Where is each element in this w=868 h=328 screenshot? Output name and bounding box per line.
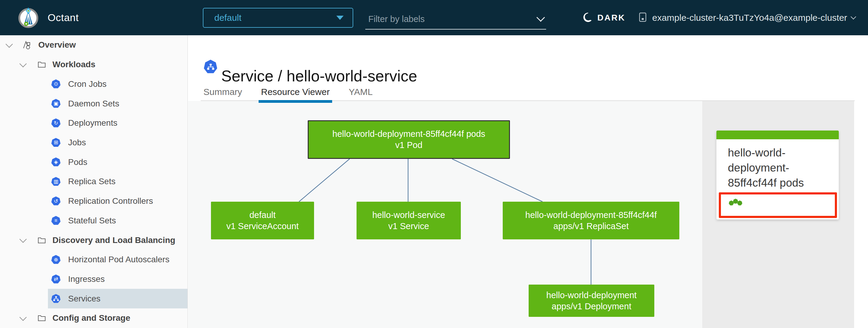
sidebar-item-label: Cron Jobs	[68, 79, 107, 89]
service-resource-icon	[204, 60, 217, 74]
graph-node-deployment[interactable]: hello-world-deployment apps/v1 Deploymen…	[529, 285, 654, 317]
sidebar-item-horizontal-pod-autoscalers[interactable]: ⊕ Horizontal Pod Autoscalers	[0, 250, 187, 270]
node-name: default	[249, 210, 276, 221]
daemonsets-icon: ▣	[51, 99, 61, 108]
sidebar-item-label: Deployments	[68, 118, 117, 128]
sidebar-item-label: Jobs	[68, 138, 86, 147]
sidebar-item-config-and-storage[interactable]: Config and Storage	[0, 308, 187, 328]
theme-toggle-button[interactable]: DARK	[582, 0, 625, 35]
sidebar-item-jobs[interactable]: ⊞ Jobs	[0, 133, 187, 153]
sidebar-item-deployments[interactable]: ↻ Deployments	[0, 113, 187, 133]
tab-resource-viewer[interactable]: Resource Viewer	[261, 87, 330, 97]
sidebar-nav: Overview Workloads ⊙ Cron Jobs ▣ Daemon …	[0, 35, 188, 328]
cronjobs-icon: ⊙	[51, 79, 61, 89]
folder-icon	[38, 315, 46, 322]
tab-yaml[interactable]: YAML	[349, 87, 373, 97]
graph-node-replicaset[interactable]: hello-world-deployment-85ff4cf44f apps/v…	[503, 202, 679, 239]
namespace-value: default	[214, 13, 336, 23]
chevron-down-icon[interactable]	[19, 314, 27, 321]
chevron-down-icon[interactable]	[19, 236, 27, 243]
folder-icon	[38, 61, 46, 68]
node-detail-panel: hello-world-deployment-85ff4cf44f pods	[702, 101, 854, 328]
sidebar-item-replication-controllers[interactable]: ↺ Replication Controllers	[0, 191, 187, 211]
label-filter-input[interactable]	[368, 12, 526, 26]
node-kind: v1 ServiceAccount	[226, 221, 299, 232]
sidebar-item-services[interactable]: Services	[48, 289, 187, 308]
jobs-icon: ⊞	[51, 138, 61, 147]
sidebar-item-label: Ingresses	[68, 274, 104, 284]
pod-status-dot	[729, 201, 734, 206]
replicasets-icon: ▥	[51, 177, 61, 186]
sidebar-item-label: Pods	[68, 157, 87, 167]
node-kind: apps/v1 ReplicaSet	[553, 221, 629, 232]
cluster-selector[interactable]: example-cluster-ka3TuTzYo4a@example-clus…	[638, 0, 855, 35]
graph-node-pods[interactable]: hello-world-deployment-85ff4cf44f pods v…	[308, 120, 510, 159]
selected-node-card: hello-world-deployment-85ff4cf44f pods	[716, 130, 839, 219]
node-name: hello-world-deployment-85ff4cf44f	[525, 210, 657, 221]
sidebar-item-ingresses[interactable]: ⇄ Ingresses	[0, 270, 187, 289]
sidebar-item-label: Stateful Sets	[68, 216, 116, 226]
sidebar-item-label: Daemon Sets	[68, 99, 119, 109]
filter-chevron-icon[interactable]	[536, 13, 545, 22]
sidebar-item-discovery-and-load-balancing[interactable]: Discovery and Load Balancing	[0, 230, 187, 250]
services-icon	[51, 294, 61, 303]
node-name: hello-world-service	[372, 210, 445, 221]
replicationcontrollers-icon: ↺	[51, 197, 61, 206]
moon-icon	[582, 12, 592, 24]
ingresses-icon: ⇄	[51, 274, 61, 284]
chevron-down-icon[interactable]	[5, 40, 13, 48]
page-title: Service / hello-world-service	[221, 67, 417, 85]
sidebar-item-cron-jobs[interactable]: ⊙ Cron Jobs	[0, 74, 187, 94]
cluster-icon	[638, 12, 647, 24]
pod-status-box[interactable]	[719, 192, 837, 218]
node-name: hello-world-deployment-85ff4cf44f pods	[333, 128, 485, 140]
objects-icon	[22, 40, 32, 50]
label-filter	[365, 10, 546, 30]
sidebar-item-label: Overview	[38, 40, 76, 50]
octant-logo-icon	[17, 6, 40, 30]
graph-node-serviceaccount[interactable]: default v1 ServiceAccount	[211, 202, 314, 239]
sidebar-item-label: Replication Controllers	[68, 196, 153, 206]
tab-summary[interactable]: Summary	[204, 87, 242, 97]
app-title: Octant	[48, 12, 79, 24]
statefulsets-icon: ≡	[51, 216, 61, 225]
card-title: hello-world-deployment-85ff4cf44f pods	[728, 145, 829, 190]
graph-node-service[interactable]: hello-world-service v1 Service	[356, 202, 461, 239]
hpa-icon: ⊕	[51, 255, 61, 264]
namespace-dropdown[interactable]: default	[203, 8, 353, 28]
dropdown-caret-icon	[336, 16, 344, 20]
node-kind: apps/v1 Deployment	[552, 301, 631, 312]
node-name: hello-world-deployment	[547, 290, 637, 301]
header: Octant default DARK	[0, 0, 868, 35]
sidebar-item-workloads[interactable]: Workloads	[0, 55, 187, 74]
sidebar-item-replica-sets[interactable]: ▥ Replica Sets	[0, 172, 187, 191]
pods-icon: ◈	[51, 157, 61, 167]
sidebar-item-overview[interactable]: Overview	[0, 35, 187, 55]
sidebar-item-label: Config and Storage	[53, 313, 130, 323]
deployments-icon: ↻	[51, 118, 61, 128]
cluster-chevron-icon	[850, 14, 856, 19]
theme-toggle-label: DARK	[597, 13, 625, 23]
node-kind: v1 Pod	[395, 140, 422, 151]
sidebar-item-pods[interactable]: ◈ Pods	[0, 152, 187, 172]
folder-icon	[38, 237, 46, 244]
node-kind: v1 Service	[388, 221, 429, 232]
sidebar-item-label: Replica Sets	[68, 177, 116, 186]
sidebar-item-stateful-sets[interactable]: ≡ Stateful Sets	[0, 211, 187, 230]
octant-app: Octant default DARK	[0, 0, 868, 328]
sidebar-item-label: Services	[68, 294, 100, 304]
chevron-down-icon[interactable]	[19, 60, 27, 67]
card-status-bar	[716, 130, 839, 139]
pod-status-dot	[737, 201, 742, 206]
sidebar-item-label: Workloads	[53, 60, 96, 69]
cluster-label: example-cluster-ka3TuTzYo4a@example-clus…	[652, 13, 847, 23]
pod-status-dot	[733, 199, 738, 204]
sidebar-item-label: Discovery and Load Balancing	[53, 235, 176, 245]
app-logo[interactable]: Octant	[17, 0, 79, 35]
sidebar-item-daemon-sets[interactable]: ▣ Daemon Sets	[0, 94, 187, 113]
sidebar-item-label: Horizontal Pod Autoscalers	[68, 255, 169, 264]
